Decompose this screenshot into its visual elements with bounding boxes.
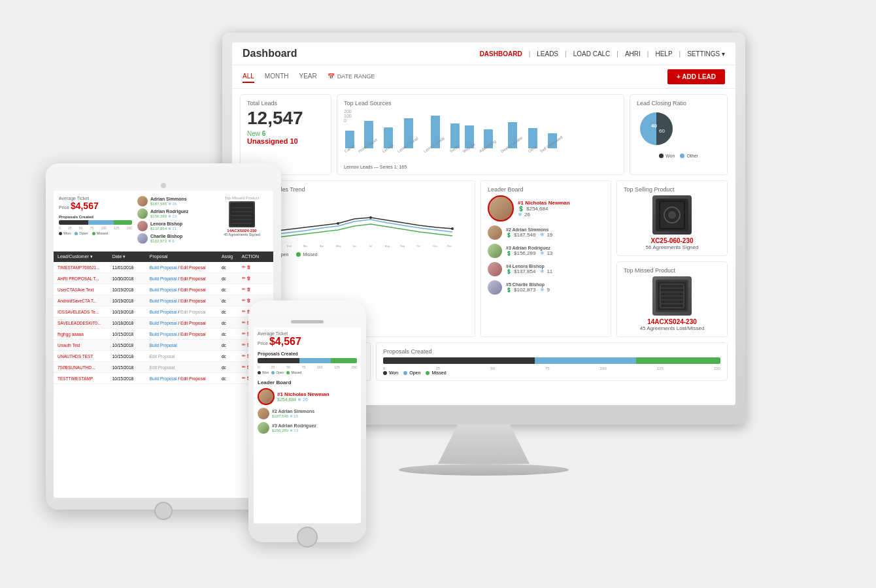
dashboard-header: Dashboard DASHBOARD | LEADS | LOAD CALC … [232, 42, 735, 65]
leader-2-avatar [488, 225, 502, 240]
calendar-icon: 📅 [328, 73, 335, 80]
svg-text:60: 60 [659, 128, 665, 134]
table-row: Unauth Test 10/15/2018 Build Proposal dc… [54, 340, 273, 351]
tablet-table-header: Lead/Customer ▾ Date ▾ Proposal Assig AC… [54, 252, 273, 262]
tab-year[interactable]: YEAR [299, 71, 316, 83]
bar-group: Other [528, 128, 537, 154]
bar-group: Lennox [382, 127, 395, 154]
tablet-bezel: Average Ticket Price $4,567 Proposals Cr… [46, 163, 281, 510]
lead-sources-title: Top Lead Sources [344, 100, 617, 106]
nav-item-loadcalc[interactable]: LOAD CALC [573, 50, 611, 57]
closing-ratio-card: Lead Closing Ratio 40 60 Won [630, 94, 728, 175]
proposals-legend: Won Open Missed [383, 370, 720, 375]
nav-item-help[interactable]: HELP [655, 50, 672, 57]
table-row: UNAUTHDS TEST 10/15/2018 Edit Proposal d… [54, 351, 273, 362]
tablet-table-body: TIMESTAMP760621... 11/01/2018 Build Prop… [54, 262, 273, 384]
table-row: SAVELEADDESKIT0... 10/18/2018 Build Prop… [54, 318, 273, 329]
add-lead-button[interactable]: + ADD LEAD [667, 69, 725, 84]
table-row: TESTTIMESTAMP 10/15/2018 Build Proposal … [54, 373, 273, 384]
tab-all[interactable]: ALL [243, 71, 254, 83]
dashboard-tabs: ALL MONTH YEAR 📅 DATE RANGE [243, 71, 375, 83]
phone-home-button[interactable] [297, 527, 318, 547]
table-row: AHRI PROPOSAL T... 10/30/2018 Build Prop… [54, 273, 273, 284]
monitor-stand [418, 425, 549, 464]
phone-screen: Average Ticket Price $4,567 Proposals Cr… [254, 327, 361, 523]
tablet-home-button[interactable] [154, 502, 173, 520]
table-row: TIMESTAMP760621... 11/01/2018 Build Prop… [54, 262, 273, 273]
phone-leaderboard: Leader Board #1 Nicholas Newman $254,684… [258, 380, 357, 434]
svg-text:Nov: Nov [433, 244, 437, 248]
top-missed-sub: 45 Agreements Lost/Missed [624, 325, 720, 331]
svg-point-10 [337, 222, 339, 225]
bar-group: Lennox Portal [397, 118, 421, 154]
top-product-title: Top Selling Product [624, 186, 720, 193]
bar-group: Dealer Locator [500, 122, 526, 154]
top-missed-image [652, 276, 692, 316]
total-leads-label: Total Leads [247, 100, 324, 106]
svg-text:Oct: Oct [416, 244, 421, 248]
tablet-reps: Adrian Simmons $187,546 ❄ 26 Adrian Rodr… [137, 196, 211, 246]
top-product-sub: 56 Agreements Signed [624, 244, 720, 250]
nav-item-dashboard[interactable]: DASHBOARD [480, 50, 522, 57]
table-row: AndroidSaveCTA T... 10/19/2018 Build Pro… [54, 295, 273, 306]
svg-point-29 [668, 211, 676, 219]
dashboard-toolbar: ALL MONTH YEAR 📅 DATE RANGE + ADD LEAD [232, 65, 735, 89]
phone-leader-1: #1 Nicholas Newman $254,684 ❄ 26 [258, 388, 357, 405]
monitor-base [399, 464, 569, 476]
leader-row-2: #2 Adrian Simmons 💲$187,546 ❄19 [488, 225, 604, 240]
svg-text:Feb: Feb [287, 244, 292, 248]
nav-item-ahri[interactable]: AHRI [625, 50, 641, 57]
tablet-content: Average Ticket Price $4,567 Proposals Cr… [54, 191, 273, 498]
bar-group: Carrier [344, 131, 356, 154]
closing-ratio-legend: Won Other [637, 154, 720, 158]
top-product-name: XC25-060-230 [624, 237, 720, 244]
top-missed-name: 14ACXS024-230 [624, 318, 720, 325]
svg-text:May: May [336, 244, 341, 248]
closing-ratio-chart: 40 60 [637, 109, 676, 148]
nav-item-leads[interactable]: LEADS [537, 50, 558, 57]
table-row: IOSSAVELEADS Te... 10/19/2018 Build Prop… [54, 306, 273, 318]
proposals-title: Proposals Created [383, 348, 720, 355]
svg-point-12 [451, 227, 454, 230]
bar-group: Series [449, 123, 460, 154]
proposals-bar [383, 357, 720, 364]
scene: Dashboard DASHBOARD | LEADS | LOAD CALC … [0, 0, 876, 588]
leader-1-money: 💲 $254,684 [518, 206, 570, 212]
legend-won: Won [659, 154, 675, 158]
legend-other: Other [680, 154, 698, 158]
svg-point-11 [369, 216, 372, 219]
table-row: 7S0BSUNAUTHD... 10/15/2018 Edit Proposal… [54, 362, 273, 373]
leaderboard-title: Leader Board [488, 186, 604, 193]
dashboard-title: Dashboard [243, 48, 297, 59]
proposals-card: Proposals Created 0255075100125150 Won [376, 342, 728, 381]
svg-text:Apr: Apr [320, 244, 324, 248]
phone-proposals-bar [258, 358, 357, 363]
phone-leader-3: #3 Adrian Rodriguez $156,289 ❄ 13 [258, 422, 357, 434]
total-leads-value: 12,547 [247, 109, 324, 127]
tab-month[interactable]: MONTH [265, 71, 289, 83]
phone-bezel: Average Ticket Price $4,567 Proposals Cr… [248, 301, 366, 542]
tab-date-range[interactable]: 📅 DATE RANGE [328, 71, 375, 83]
table-row: UserCTASAve Text 10/19/2018 Build Propos… [54, 284, 273, 295]
dashboard-nav: DASHBOARD | LEADS | LOAD CALC | AHRI | H… [480, 50, 725, 57]
leader-row-4: #4 Lenora Bishop 💲$137,854 ❄11 [488, 262, 604, 276]
leader-5-avatar [488, 280, 502, 295]
bar-group: Lennox Leads [423, 116, 448, 154]
closing-ratio-title: Lead Closing Ratio [637, 100, 720, 106]
svg-text:Mar: Mar [303, 244, 309, 248]
dashboard-row1: Total Leads 12,547 New 6 Unassigned 10 [240, 94, 728, 175]
svg-text:40: 40 [651, 123, 657, 129]
svg-text:Jul: Jul [369, 244, 372, 248]
bar-group: Website [462, 125, 477, 154]
nav-item-settings[interactable]: SETTINGS ▾ [687, 50, 725, 57]
tablet-product: Top Missed Product [216, 196, 268, 246]
top-product-image [652, 195, 692, 235]
lead-sources-card: Top Lead Sources 2001000 CarrierHome Dep… [337, 94, 624, 175]
leaderboard-card: Leader Board #1 Nicholas Newman 💲 $254,6… [480, 180, 611, 337]
svg-rect-38 [230, 203, 254, 226]
phone-content: Average Ticket Price $4,567 Proposals Cr… [254, 327, 361, 523]
top-product-card: Top Selling Product [616, 180, 728, 256]
svg-text:Dec: Dec [447, 244, 452, 248]
tablet-avg-ticket: Average Ticket Price $4,567 Proposals Cr… [59, 196, 132, 246]
bar-group: Home Depot [358, 121, 380, 154]
